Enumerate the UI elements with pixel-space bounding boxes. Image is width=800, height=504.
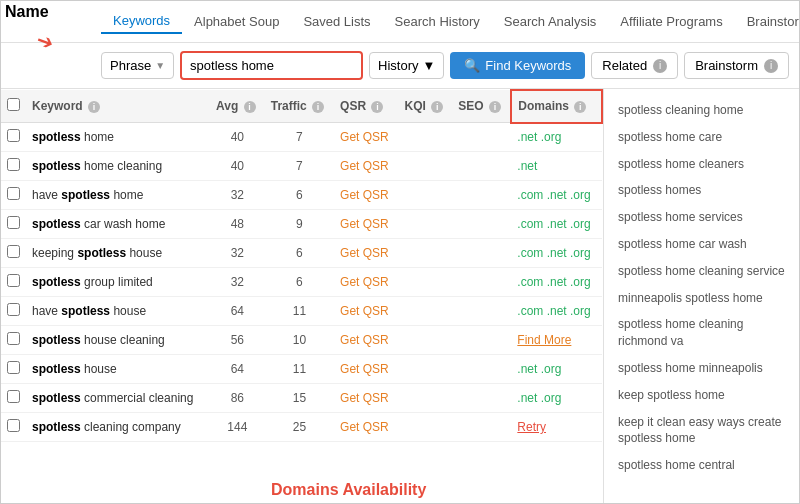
main-content: Keyword i Avg i Traffic i QSR i KQI i SE… [1, 89, 799, 503]
table-row: spotless house6411Get QSR.net .org [1, 355, 602, 384]
col-traffic: Traffic i [265, 90, 334, 123]
seo-info-icon[interactable]: i [489, 101, 501, 113]
row-checkbox[interactable] [7, 332, 20, 345]
traffic-cell: 9 [265, 210, 334, 239]
retry-link[interactable]: Retry [517, 420, 546, 434]
table-row: spotless commercial cleaning8615Get QSR.… [1, 384, 602, 413]
qsr-info-icon[interactable]: i [371, 101, 383, 113]
domains-cell[interactable]: Find More [511, 326, 602, 355]
qsr-cell[interactable]: Get QSR [334, 355, 398, 384]
sidebar-item[interactable]: spotless home cleaning service [604, 258, 799, 285]
table-row: spotless cleaning company14425Get QSRRet… [1, 413, 602, 442]
qsr-cell[interactable]: Get QSR [334, 181, 398, 210]
row-checkbox[interactable] [7, 274, 20, 287]
row-checkbox[interactable] [7, 419, 20, 432]
sidebar-item[interactable]: spotless cleaning home [604, 97, 799, 124]
sidebar-item[interactable]: spotless home minneapolis [604, 355, 799, 382]
get-qsr-link[interactable]: Get QSR [340, 304, 389, 318]
find-keywords-button[interactable]: 🔍 Find Keywords [450, 52, 585, 79]
qsr-cell[interactable]: Get QSR [334, 239, 398, 268]
domains-cell[interactable]: Retry [511, 413, 602, 442]
sidebar-item[interactable]: spotless home central [604, 452, 799, 479]
sidebar-item[interactable]: spotless home services [604, 204, 799, 231]
top-nav: Keywords Alphabet Soup Saved Lists Searc… [1, 1, 799, 43]
nav-item-affiliate[interactable]: Affiliate Programs [608, 10, 734, 33]
qsr-cell[interactable]: Get QSR [334, 210, 398, 239]
qsr-cell[interactable]: Get QSR [334, 384, 398, 413]
related-button[interactable]: Related i [591, 52, 678, 79]
seo-cell [452, 355, 511, 384]
row-checkbox[interactable] [7, 361, 20, 374]
nav-item-alphabet-soup[interactable]: Alphabet Soup [182, 10, 291, 33]
domains-cell: .com .net .org [511, 181, 602, 210]
kqi-cell [398, 326, 452, 355]
row-checkbox[interactable] [7, 129, 20, 142]
keyword-cell: spotless commercial cleaning [26, 384, 210, 413]
get-qsr-link[interactable]: Get QSR [340, 130, 389, 144]
row-checkbox[interactable] [7, 216, 20, 229]
related-info-icon: i [653, 59, 667, 73]
traffic-cell: 11 [265, 355, 334, 384]
table-row: spotless home cleaning407Get QSR.net [1, 152, 602, 181]
nav-item-brainstorm[interactable]: Brainstorm [735, 10, 800, 33]
get-qsr-link[interactable]: Get QSR [340, 275, 389, 289]
keyword-cell: have spotless house [26, 297, 210, 326]
sidebar-item[interactable]: minneapolis spotless home [604, 285, 799, 312]
select-all-checkbox[interactable] [7, 98, 20, 111]
sidebar-item[interactable]: spotless home cleaning richmond va [604, 311, 799, 355]
qsr-cell[interactable]: Get QSR [334, 123, 398, 152]
get-qsr-link[interactable]: Get QSR [340, 420, 389, 434]
qsr-cell[interactable]: Get QSR [334, 152, 398, 181]
sidebar: spotless cleaning homespotless home care… [604, 89, 799, 503]
find-more-link[interactable]: Find More [517, 333, 571, 347]
nav-item-search-history[interactable]: Search History [383, 10, 492, 33]
avg-cell: 64 [210, 297, 265, 326]
traffic-cell: 11 [265, 297, 334, 326]
domains-cell: .com .net .org [511, 210, 602, 239]
sidebar-item[interactable]: spotless home cleaners [604, 151, 799, 178]
row-checkbox[interactable] [7, 245, 20, 258]
traffic-info-icon[interactable]: i [312, 101, 324, 113]
history-button[interactable]: History ▼ [369, 52, 444, 79]
get-qsr-link[interactable]: Get QSR [340, 362, 389, 376]
search-input[interactable] [182, 53, 361, 78]
sidebar-item[interactable]: keep it clean easy ways create spotless … [604, 409, 799, 453]
row-checkbox[interactable] [7, 303, 20, 316]
row-checkbox[interactable] [7, 187, 20, 200]
get-qsr-link[interactable]: Get QSR [340, 217, 389, 231]
nav-item-keywords[interactable]: Keywords [101, 9, 182, 34]
get-qsr-link[interactable]: Get QSR [340, 391, 389, 405]
phrase-button[interactable]: Phrase ▼ [101, 52, 174, 79]
domains-info-icon[interactable]: i [574, 101, 586, 113]
qsr-cell[interactable]: Get QSR [334, 297, 398, 326]
get-qsr-link[interactable]: Get QSR [340, 188, 389, 202]
row-checkbox[interactable] [7, 390, 20, 403]
avg-cell: 40 [210, 152, 265, 181]
avg-info-icon[interactable]: i [244, 101, 256, 113]
kqi-info-icon[interactable]: i [431, 101, 443, 113]
nav-item-saved-lists[interactable]: Saved Lists [291, 10, 382, 33]
phrase-label: Phrase [110, 58, 151, 73]
get-qsr-link[interactable]: Get QSR [340, 333, 389, 347]
get-qsr-link[interactable]: Get QSR [340, 246, 389, 260]
nav-item-search-analysis[interactable]: Search Analysis [492, 10, 609, 33]
qsr-cell[interactable]: Get QSR [334, 326, 398, 355]
qsr-cell[interactable]: Get QSR [334, 268, 398, 297]
avg-cell: 48 [210, 210, 265, 239]
sidebar-item[interactable]: spotless homes [604, 177, 799, 204]
history-dropdown-arrow: ▼ [422, 58, 435, 73]
keyword-cell: spotless home cleaning [26, 152, 210, 181]
domains-cell: .com .net .org [511, 268, 602, 297]
get-qsr-link[interactable]: Get QSR [340, 159, 389, 173]
kqi-cell [398, 239, 452, 268]
sidebar-item[interactable]: spotless home care [604, 124, 799, 151]
brainstorm-info-icon: i [764, 59, 778, 73]
keyword-info-icon[interactable]: i [88, 101, 100, 113]
sidebar-item[interactable]: keep spotless home [604, 382, 799, 409]
kqi-cell [398, 355, 452, 384]
qsr-cell[interactable]: Get QSR [334, 413, 398, 442]
brainstorm-button[interactable]: Brainstorm i [684, 52, 789, 79]
kqi-cell [398, 210, 452, 239]
row-checkbox[interactable] [7, 158, 20, 171]
sidebar-item[interactable]: spotless home car wash [604, 231, 799, 258]
